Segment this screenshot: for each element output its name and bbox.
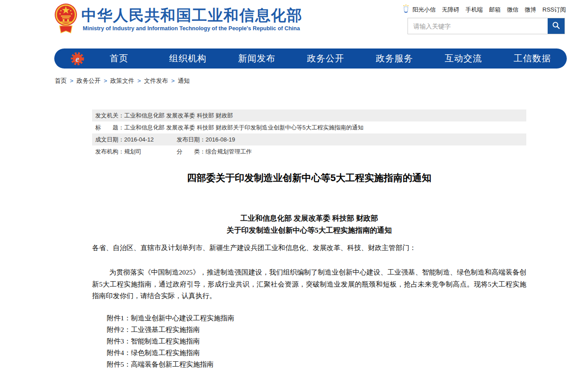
search-button[interactable]: [548, 18, 565, 34]
page: 中华人民共和国工业和信息化部 Ministry of Industry and …: [0, 0, 573, 392]
national-emblem-icon: [54, 3, 77, 36]
nav-item-gov-disclosure[interactable]: 政务公开: [291, 53, 360, 65]
top-link-wechat[interactable]: 微信: [507, 6, 518, 14]
breadcrumb-separator: >: [171, 77, 175, 84]
attachment-link-1[interactable]: 附件1：制造业创新中心建设工程实施指南: [107, 312, 526, 324]
meta-label: 发布机构：: [95, 148, 124, 155]
nav-item-interaction[interactable]: 互动交流: [429, 53, 498, 65]
breadcrumb-separator: >: [104, 77, 107, 84]
search-icon: [552, 21, 561, 31]
meta-category: 分 类：综合规划管理工作: [177, 145, 252, 158]
document-salutation: 各省、自治区、直辖市及计划单列市、新疆生产建设兵团工业和信息化、发展改革、科技、…: [92, 243, 526, 253]
meta-title: 标 题：工业和信息化部 发展改革委 科技部 财政部关于印发制造业创新中心等5大工…: [95, 121, 363, 133]
meta-label: 发布日期：: [177, 136, 206, 143]
meta-issuing-agency: 发文机关：工业和信息化部 发展改革委 科技部 财政部: [95, 109, 233, 121]
document-subtitle-line1: 工业和信息化部 发展改革委 科技部 财政部: [92, 214, 526, 223]
meta-written-date: 成文日期：2016-04-12: [95, 133, 154, 145]
meta-value: 工业和信息化部 发展改革委 科技部 财政部关于印发制造业创新中心等5大工程实施指…: [124, 124, 363, 131]
nav-item-news[interactable]: 新闻发布: [222, 53, 291, 65]
meta-value: 2016-08-19: [206, 136, 235, 143]
svg-text:e: e: [76, 54, 79, 63]
breadcrumb-document-release[interactable]: 文件发布: [144, 77, 168, 84]
document-subtitle-line2: 关于印发制造业创新中心等5大工程实施指南的通知: [92, 226, 526, 235]
meta-row-issuing-agency: 发文机关：工业和信息化部 发展改革委 科技部 财政部: [92, 109, 526, 121]
meta-label: 发文机关：: [95, 112, 124, 119]
meta-label: 成文日期：: [95, 136, 124, 143]
top-link-accessibility[interactable]: 无障碍: [442, 6, 459, 14]
top-links: 阳光小信 无障碍 手机端 邮箱 微信 微博 RSS订阅: [402, 4, 566, 15]
attachments-list: 附件1：制造业创新中心建设工程实施指南 附件2：工业强基工程实施指南 附件3：智…: [92, 312, 526, 370]
top-link-weibo[interactable]: 微博: [525, 6, 536, 14]
nav-item-data[interactable]: 工信数据: [498, 53, 567, 65]
top-link-sunshine[interactable]: 阳光小信: [412, 6, 436, 14]
nav-items: 首页 组织机构 新闻发布 政务公开 政务服务 互动交流 工信数据: [85, 53, 567, 65]
meta-row-org-category: 发布机构：规划司 分 类：综合规划管理工作: [92, 145, 526, 158]
breadcrumb: 首页>政务公开>政策文件>文件发布>通知: [55, 77, 190, 85]
document-meta-table: 发文机关：工业和信息化部 发展改革委 科技部 财政部 标 题：工业和信息化部 发…: [92, 109, 526, 158]
meta-publish-org: 发布机构：规划司: [95, 145, 141, 158]
top-link-mail[interactable]: 邮箱: [489, 6, 500, 14]
site-subtitle: Ministry of Industry and Information Tec…: [83, 25, 300, 32]
nav-item-home[interactable]: 首页: [85, 53, 153, 65]
nav-item-gov-services[interactable]: 政务服务: [360, 53, 429, 65]
breadcrumb-separator: >: [70, 77, 73, 84]
search-box: [408, 18, 565, 34]
meta-value: 2016-04-12: [124, 136, 154, 143]
attachment-link-2[interactable]: 附件2：工业强基工程实施指南: [107, 324, 526, 335]
meta-value: 综合规划管理工作: [206, 148, 252, 155]
meta-label: 分 类：: [177, 148, 206, 155]
site-title: 中华人民共和国工业和信息化部: [81, 5, 303, 26]
meta-label: 标 题：: [95, 124, 124, 131]
meta-row-title: 标 题：工业和信息化部 发展改革委 科技部 财政部关于印发制造业创新中心等5大工…: [92, 121, 526, 133]
breadcrumb-gov-disclosure[interactable]: 政务公开: [77, 77, 101, 84]
breadcrumb-policy-documents[interactable]: 政策文件: [110, 77, 134, 84]
meta-row-dates: 成文日期：2016-04-12 发布日期：2016-08-19: [92, 133, 526, 145]
breadcrumb-home[interactable]: 首页: [55, 77, 67, 84]
meta-value: 工业和信息化部 发展改革委 科技部 财政部: [124, 112, 233, 119]
mascot-icon: [402, 4, 410, 15]
attachment-link-3[interactable]: 附件3：智能制造工程实施指南: [107, 335, 526, 347]
main-nav: e 首页 组织机构 新闻发布 政务公开 政务服务 互动交流 工信数据: [54, 48, 567, 69]
search-input[interactable]: [408, 18, 547, 34]
breadcrumb-notice[interactable]: 通知: [178, 77, 190, 84]
top-link-rss[interactable]: RSS订阅: [542, 6, 566, 14]
nav-item-organization[interactable]: 组织机构: [153, 53, 222, 65]
attachment-link-5[interactable]: 附件5：高端装备创新工程实施指南: [107, 359, 526, 370]
top-link-mobile[interactable]: 手机端: [465, 6, 483, 14]
meta-publish-date: 发布日期：2016-08-19: [177, 133, 235, 145]
breadcrumb-separator: >: [137, 77, 141, 84]
document-title: 四部委关于印发制造业创新中心等5大工程实施指南的通知: [92, 171, 526, 184]
document-paragraph: 为贯彻落实《中国制造2025》，推进制造强国建设，我们组织编制了制造业创新中心建…: [92, 267, 526, 302]
gear-e-logo-icon: e: [70, 52, 85, 66]
meta-value: 规划司: [124, 148, 141, 155]
attachment-link-4[interactable]: 附件4：绿色制造工程实施指南: [107, 347, 526, 359]
